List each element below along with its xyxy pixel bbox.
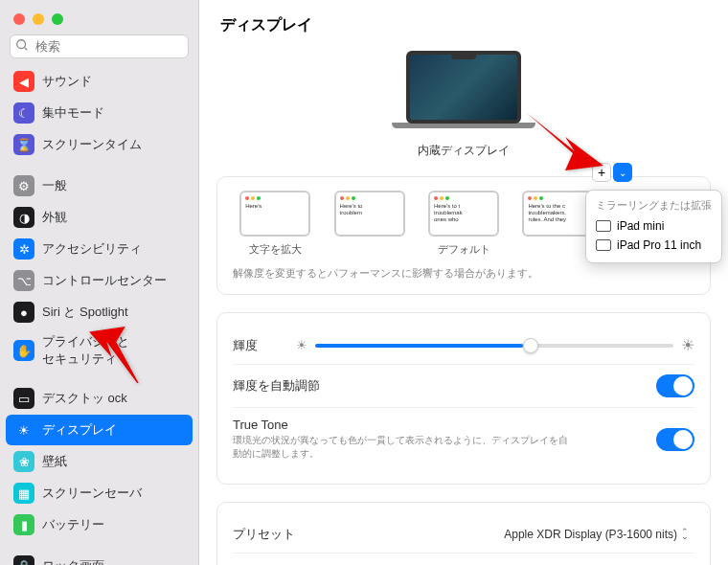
sidebar-item-label: サウンド [42,73,92,90]
display-menu-button[interactable]: ⌄ [613,163,632,182]
nav-icon: ⚙ [13,175,34,196]
sidebar-item-label: バッテリー [42,516,104,533]
sidebar-item-label: ロック画面 [42,557,104,565]
display-name: 内蔵ディスプレイ [199,143,728,159]
sidebar-item-label: ディスプレイ [42,421,117,439]
nav-icon: ▮ [13,514,34,535]
nav-icon: ◑ [13,207,34,228]
sidebar-item[interactable]: ⌥コントロールセンター [6,265,193,296]
search-input[interactable] [10,34,189,58]
nav-icon: ❀ [13,451,34,472]
preset-select[interactable]: Apple XDR Display (P3-1600 nits) ⌃⌄ [498,526,694,543]
nav-icon: 🔒 [13,555,34,565]
svg-point-0 [17,40,26,49]
sidebar-item-label: コントロールセンター [42,272,167,289]
tablet-icon [596,220,611,232]
nav-icon: ▦ [13,483,34,504]
truetone-label: True Tone [233,418,568,432]
sidebar-item-label: アクセシビリティ [42,240,142,258]
nav-icon: ● [13,302,34,323]
resolution-note: 解像度を変更するとパフォーマンスに影響する場合があります。 [233,266,694,281]
sidebar: ◀︎サウンド☾集中モード⌛スクリーンタイム⚙一般◑外観✲アクセシビリティ⌥コント… [0,0,199,565]
sidebar-item-label: デスクトッ ock [42,390,127,407]
nav-icon: ⌛ [13,134,34,155]
sidebar-item[interactable]: ▮バッテリー [6,509,193,540]
minimize-button[interactable] [33,13,44,25]
brightness-label: 輝度 [233,337,258,354]
resolution-label: デフォルト [421,242,506,257]
brightness-slider[interactable]: ☀ ☀ [296,336,694,354]
sidebar-item[interactable]: 🔒ロック画面 [6,551,193,565]
truetone-toggle[interactable] [656,428,694,451]
popover-heading: ミラーリングまたは拡張 [596,198,712,213]
preset-label: プリセット [233,526,295,543]
sidebar-item[interactable]: ☾集中モード [6,98,193,128]
resolution-option[interactable]: Here's totroublem [327,191,411,257]
nav-icon: ✲ [13,238,34,260]
sidebar-item-label: 外観 [42,209,67,226]
nav-icon: ⌥ [13,270,34,291]
mirror-extend-popover: ミラーリングまたは拡張 iPad mini iPad Pro 11 inch [585,190,722,263]
svg-line-1 [25,48,28,51]
search-icon [15,38,29,56]
sidebar-item[interactable]: ●Siri と Spotlight [6,297,193,328]
nav-icon: ☾ [13,102,34,124]
maximize-button[interactable] [52,13,63,25]
resolution-option[interactable]: Here's to ttroublemakones whoデフォルト [421,191,506,257]
sidebar-item-label: スクリーンタイム [42,136,142,153]
svg-marker-3 [527,113,603,170]
display-preview: 内蔵ディスプレイ [199,45,728,159]
truetone-description: 環境光の状況が異なっても色が一貫して表示されるように、ディスプレイを自動的に調整… [233,434,568,461]
annotation-arrow [84,326,151,387]
svg-marker-2 [84,326,151,383]
page-title: ディスプレイ [199,0,728,45]
popover-item-ipad-mini[interactable]: iPad mini [596,216,712,236]
close-button[interactable] [13,13,25,25]
sidebar-item[interactable]: ❀壁紙 [6,446,193,477]
sun-small-icon: ☀ [296,338,307,352]
sidebar-item[interactable]: ▦スクリーンセーバ [6,478,193,508]
sidebar-item-label: 壁紙 [42,453,67,470]
nav-icon: ✋ [13,340,34,361]
annotation-arrow [527,113,603,184]
sidebar-item[interactable]: ⌛スクリーンタイム [6,129,193,160]
sidebar-item[interactable]: ◀︎サウンド [6,66,193,97]
brightness-panel: 輝度 ☀ ☀ 輝度を自動調節 True Tone 環境光の状況が異なっても色が一… [216,312,711,485]
nav-icon: ▭ [13,388,34,409]
main-content: ディスプレイ 内蔵ディスプレイ + ⌄ ミラーリングまたは拡張 iPad min… [199,0,728,565]
sidebar-item[interactable]: ✲アクセシビリティ [6,234,193,264]
preset-panel: プリセット Apple XDR Display (P3-1600 nits) ⌃… [216,502,711,565]
tablet-icon [596,239,611,251]
nav-icon: ☀ [13,419,34,441]
sidebar-item[interactable]: ⚙一般 [6,170,193,201]
sun-large-icon: ☀ [681,336,694,354]
nav-icon: ◀︎ [13,71,34,92]
resolution-label: 文字を拡大 [233,242,317,257]
sidebar-item-label: Siri と Spotlight [42,304,128,321]
window-controls [0,0,198,34]
search-field[interactable] [10,34,189,58]
resolution-option[interactable]: Here's文字を拡大 [233,191,317,257]
sidebar-item[interactable]: ◑外観 [6,202,193,233]
auto-brightness-label: 輝度を自動調節 [233,377,320,395]
sidebar-item-label: 集中モード [42,104,104,122]
auto-brightness-toggle[interactable] [656,374,694,397]
sidebar-item-label: スクリーンセーバ [42,485,142,502]
laptop-icon [392,51,535,137]
chevron-updown-icon: ⌃⌄ [681,530,689,540]
sidebar-nav: ◀︎サウンド☾集中モード⌛スクリーンタイム⚙一般◑外観✲アクセシビリティ⌥コント… [0,66,198,565]
sidebar-item-label: 一般 [42,177,67,194]
popover-item-ipad-pro[interactable]: iPad Pro 11 inch [596,236,712,255]
sidebar-item[interactable]: ☀ディスプレイ [6,415,193,445]
sidebar-item[interactable]: ▭デスクトッ ock [6,383,193,414]
